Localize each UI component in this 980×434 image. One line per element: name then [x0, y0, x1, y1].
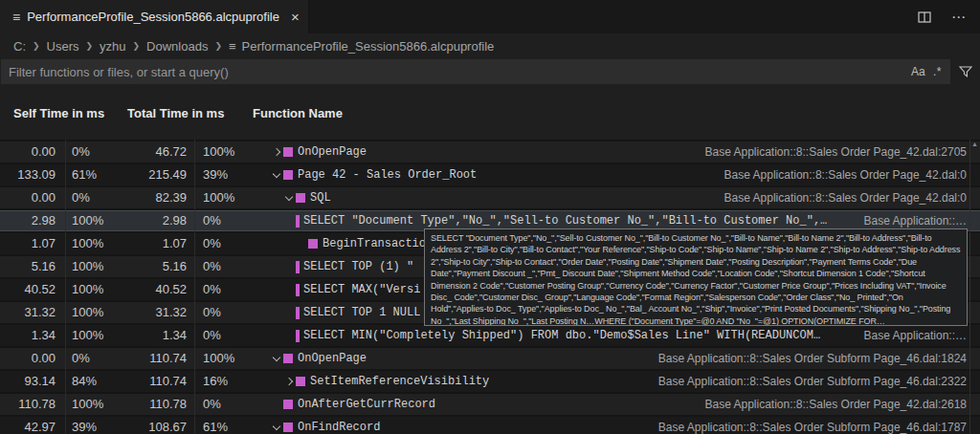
source-location-link[interactable]: Base Application::8::Sales Order Subform…	[645, 421, 967, 434]
category-swatch-icon	[283, 170, 293, 180]
expand-chevron-icon[interactable]	[273, 355, 281, 363]
scrollbar-track[interactable]	[969, 140, 970, 434]
source-location-link[interactable]: Base Application::8::Sales Order Page_42…	[711, 168, 968, 182]
table-row[interactable]: 0.00 0% 110.74 100% OnOpenPage Base Appl…	[0, 348, 980, 369]
tree-indent	[273, 313, 285, 314]
column-header-self-time[interactable]: Self Time in ms	[13, 88, 104, 140]
chevron-right-icon: ❯	[214, 41, 222, 51]
chevron-right-icon: ❯	[133, 41, 141, 51]
source-location-link[interactable]: Base Application::8::Sales Order Subform…	[645, 352, 967, 365]
column-header-total-time[interactable]: Total Time in ms	[127, 88, 224, 140]
function-cell: Page 42 - Sales Order_Root Base Applicat…	[273, 164, 967, 185]
breadcrumb-item-users[interactable]: Users	[47, 39, 79, 54]
table-row[interactable]: 42.97 39% 108.67 61% OnFindRecord Base A…	[0, 417, 980, 434]
breadcrumb-item-drive[interactable]: C:	[13, 39, 26, 54]
source-location-link[interactable]: Base Application::…	[851, 329, 967, 342]
function-name: SetItemReferenceVisibility	[310, 375, 489, 388]
total-time-ms: 1.34	[96, 325, 187, 346]
self-time-ms: 42.97	[0, 417, 56, 434]
table-row[interactable]: 133.09 61% 215.49 39% Page 42 - Sales Or…	[0, 164, 980, 185]
total-time-pct: 0%	[203, 302, 221, 323]
self-time-pct: 61%	[72, 164, 97, 185]
function-cell: OnOpenPage Base Application::8::Sales Or…	[273, 348, 967, 369]
total-time-ms: 2.98	[96, 210, 187, 231]
function-cell: SQL Base Application::8::Sales Order Pag…	[273, 187, 967, 208]
source-location-link[interactable]: Base Application::8::Sales Order Page_42…	[691, 145, 967, 159]
match-case-button[interactable]: Aa	[908, 63, 928, 80]
expand-chevron-icon[interactable]	[285, 332, 294, 340]
table-row[interactable]: 110.78 100% 110.78 0% OnAfterGetCurrReco…	[0, 394, 980, 415]
category-swatch-icon	[283, 147, 293, 157]
tree-indent	[273, 244, 298, 245]
expand-chevron-icon[interactable]	[285, 217, 294, 226]
self-time-pct: 0%	[72, 141, 90, 163]
source-location-link[interactable]: Base Application::8::Sales Order Subform…	[645, 375, 967, 388]
source-location-link[interactable]: Base Application::8::Sales Order Page_42…	[691, 398, 967, 411]
table-row[interactable]: 0.00 0% 46.72 100% OnOpenPage Base Appli…	[0, 141, 980, 163]
function-name: SELECT TOP (1) "	[303, 260, 413, 273]
tree-indent	[273, 336, 285, 336]
expand-chevron-icon[interactable]	[273, 423, 281, 432]
total-time-ms: 108.67	[96, 417, 187, 434]
self-time-ms: 5.16	[0, 256, 56, 277]
tree-indent	[273, 381, 285, 382]
expand-chevron-icon[interactable]	[285, 286, 294, 294]
filter-bar: Aa .*	[0, 58, 980, 86]
close-tab-icon[interactable]: ×	[291, 10, 300, 24]
expand-chevron-icon[interactable]	[273, 401, 281, 409]
regex-button[interactable]: .*	[930, 63, 945, 80]
category-swatch-icon	[296, 307, 300, 319]
editor-actions: ⋯	[915, 0, 969, 33]
column-header-function-name[interactable]: Function Name	[253, 88, 343, 140]
function-name: BeginTransactio	[323, 237, 426, 250]
self-time-pct: 0%	[72, 348, 90, 369]
function-cell: SetItemReferenceVisibility Base Applicat…	[273, 371, 967, 392]
self-time-ms: 93.14	[0, 371, 56, 392]
expand-chevron-icon[interactable]	[298, 240, 306, 249]
tab-performance-profile[interactable]: ≡ PerformanceProfile_Session5866.alcpupr…	[0, 0, 309, 33]
function-name: SELECT TOP 1 NULL	[303, 306, 420, 319]
function-name: SELECT MIN("Completely Shipped") FROM db…	[303, 329, 820, 342]
total-time-ms: 1.07	[96, 233, 187, 254]
total-time-ms: 82.39	[96, 187, 187, 208]
expand-chevron-icon[interactable]	[285, 309, 294, 317]
scroll-up-icon[interactable]: ▲	[971, 141, 978, 147]
function-name: Page 42 - Sales Order_Root	[298, 168, 477, 182]
source-location-link[interactable]: Base Application::8::Sales Order Page_42…	[711, 191, 968, 205]
total-time-ms: 5.16	[96, 256, 187, 277]
function-name: OnOpenPage	[298, 145, 367, 159]
expand-chevron-icon[interactable]	[285, 194, 294, 203]
table-header: Self Time in ms Total Time in ms Functio…	[0, 88, 980, 140]
category-swatch-icon	[283, 400, 293, 409]
expand-chevron-icon[interactable]	[285, 378, 294, 386]
self-time-pct: 39%	[72, 417, 97, 434]
split-editor-button[interactable]	[915, 7, 934, 28]
function-name: OnOpenPage	[298, 352, 367, 365]
category-swatch-icon	[296, 377, 305, 386]
profile-file-icon: ≡	[229, 40, 236, 53]
expand-chevron-icon[interactable]	[285, 263, 294, 271]
function-name: SQL	[310, 191, 331, 205]
tree-indent	[273, 290, 285, 291]
total-time-pct: 100%	[203, 141, 234, 163]
breadcrumb-item-yzhu[interactable]: yzhu	[100, 39, 125, 54]
table-row[interactable]: 1.34 100% 1.34 0% SELECT MIN("Completely…	[0, 325, 980, 346]
breadcrumb-file-name: PerformanceProfile_Session5866.alcpuprof…	[242, 39, 495, 54]
breadcrumb-file[interactable]: ≡ PerformanceProfile_Session5866.alcpupr…	[229, 39, 494, 54]
table-row[interactable]: 93.14 84% 110.74 16% SetItemReferenceVis…	[0, 371, 980, 392]
breadcrumb-item-downloads[interactable]: Downloads	[146, 39, 208, 54]
self-time-ms: 31.32	[0, 302, 56, 323]
expand-chevron-icon[interactable]	[273, 171, 281, 180]
table-row[interactable]: 0.00 0% 82.39 100% SQL Base Application:…	[0, 187, 980, 208]
chevron-right-icon: ❯	[86, 41, 94, 51]
more-actions-button[interactable]: ⋯	[949, 7, 969, 28]
source-location-link[interactable]: Base Application::…	[851, 214, 967, 228]
filter-input[interactable]	[1, 59, 950, 84]
expand-chevron-icon[interactable]	[273, 148, 281, 157]
self-time-pct: 84%	[72, 371, 97, 392]
total-time-pct: 39%	[203, 164, 228, 185]
filter-options-button[interactable]	[956, 62, 975, 81]
total-time-ms: 215.49	[96, 164, 187, 185]
total-time-ms: 46.72	[96, 141, 187, 163]
self-time-ms: 0.00	[0, 141, 56, 163]
